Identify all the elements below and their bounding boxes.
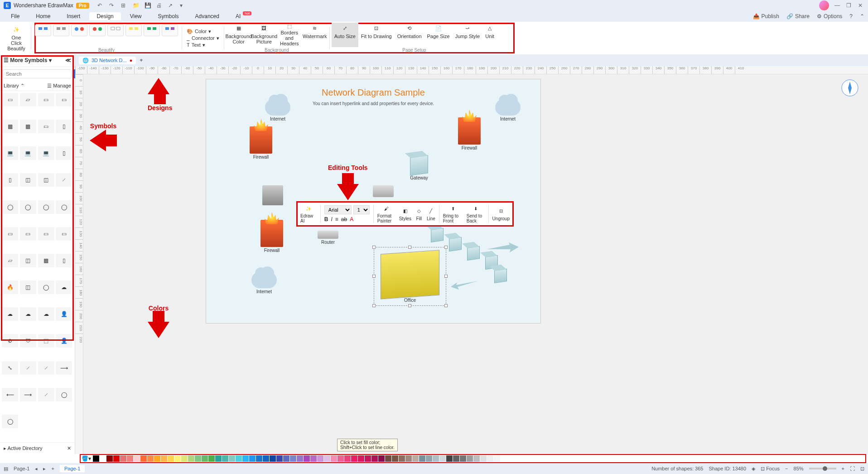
- color-swatch[interactable]: [270, 455, 276, 462]
- zoom-slider[interactable]: [809, 468, 836, 469]
- color-swatch[interactable]: [405, 455, 412, 462]
- strikethrough-button[interactable]: ab: [341, 216, 347, 222]
- color-swatch[interactable]: [120, 455, 126, 462]
- color-swatch[interactable]: [378, 455, 385, 462]
- symbol-item[interactable]: ☁: [20, 307, 36, 321]
- workstation-1[interactable]: [431, 229, 444, 242]
- compass-icon[interactable]: [841, 79, 859, 97]
- color-swatch[interactable]: [351, 455, 357, 462]
- symbol-item[interactable]: ▭: [2, 93, 18, 106]
- color-swatch[interactable]: [338, 455, 344, 462]
- color-swatch[interactable]: [242, 455, 249, 462]
- symbol-item[interactable]: ☁: [2, 307, 18, 321]
- menu-symbols[interactable]: Symbols: [151, 12, 186, 20]
- symbol-item[interactable]: 💻: [38, 146, 54, 160]
- symbol-item[interactable]: ▯: [56, 146, 72, 160]
- symbol-item[interactable]: ▭: [2, 227, 18, 241]
- symbol-item[interactable]: ▦: [2, 120, 18, 133]
- edraw-ai-button[interactable]: ✨ Edraw AI: [300, 204, 317, 223]
- redo-icon[interactable]: ↷: [109, 2, 116, 9]
- color-swatch[interactable]: [222, 455, 228, 462]
- symbol-item[interactable]: ▯: [56, 120, 72, 133]
- page-next-button[interactable]: ▸: [43, 466, 46, 472]
- color-dropdown[interactable]: 🎨 Color ▾: [187, 29, 219, 34]
- symbol-item[interactable]: ☁: [38, 307, 54, 321]
- bring-front-button[interactable]: ⬆Bring to Front: [443, 204, 463, 223]
- router[interactable]: Router: [318, 231, 338, 245]
- color-swatch[interactable]: [331, 455, 337, 462]
- symbol-item[interactable]: ▭: [38, 227, 54, 241]
- page-prev-button[interactable]: ◂: [35, 466, 38, 472]
- unit-button[interactable]: △Unit: [482, 23, 497, 47]
- symbol-item[interactable]: ◯: [56, 388, 72, 401]
- new-tab-button[interactable]: +: [140, 57, 143, 63]
- active-directory-section[interactable]: ▸ Active Directory ✕: [0, 442, 75, 454]
- symbol-item[interactable]: 👤: [56, 334, 72, 348]
- options-button[interactable]: ⚙ Options: [817, 13, 842, 19]
- help-icon[interactable]: ?: [849, 13, 853, 19]
- more-icon[interactable]: ▾: [180, 2, 186, 9]
- symbol-item[interactable]: ◯: [20, 200, 36, 214]
- internet-1[interactable]: Internet: [265, 99, 290, 121]
- fill-indicator-icon[interactable]: 🪣▾: [82, 455, 91, 462]
- layout-icon[interactable]: ▤: [4, 466, 8, 472]
- open-icon[interactable]: 📁: [133, 2, 139, 9]
- text-dropdown[interactable]: T Text ▾: [187, 42, 219, 48]
- color-swatch[interactable]: [140, 455, 147, 462]
- firewall-1[interactable]: Firewall: [250, 126, 272, 160]
- internet-3[interactable]: Internet: [251, 272, 277, 294]
- symbol-item[interactable]: ◯: [38, 200, 54, 214]
- workstation-5[interactable]: [494, 270, 507, 282]
- italic-button[interactable]: I: [331, 216, 332, 222]
- symbol-item[interactable]: ▭: [38, 93, 54, 106]
- color-swatch[interactable]: [208, 455, 215, 462]
- color-swatch[interactable]: [494, 455, 500, 462]
- color-swatch[interactable]: [358, 455, 364, 462]
- color-swatch[interactable]: [161, 455, 167, 462]
- symbol-item[interactable]: ⟵: [2, 388, 18, 401]
- color-swatch[interactable]: [263, 455, 269, 462]
- symbol-item[interactable]: ⟋: [38, 361, 54, 375]
- symbol-item[interactable]: ⟋: [38, 388, 54, 401]
- color-swatch[interactable]: [100, 455, 106, 462]
- color-swatch[interactable]: [147, 455, 154, 462]
- color-swatch[interactable]: [446, 455, 453, 462]
- align-button[interactable]: ≡: [335, 216, 338, 222]
- save-icon[interactable]: 💾: [145, 2, 151, 9]
- orientation-button[interactable]: ⟲Orientation: [395, 23, 424, 47]
- color-swatch[interactable]: [467, 455, 473, 462]
- color-swatch[interactable]: [106, 455, 113, 462]
- watermark-button[interactable]: ≋Watermark: [302, 23, 328, 47]
- firewall-3[interactable]: Firewall: [260, 220, 283, 253]
- switch[interactable]: [373, 185, 394, 197]
- symbol-item[interactable]: 💻: [20, 146, 36, 160]
- server-stack[interactable]: [262, 185, 283, 205]
- fullscreen-icon[interactable]: ⊡: [860, 466, 864, 472]
- canvas[interactable]: Designs Symbols Editing Tools Colors: [83, 74, 868, 454]
- color-swatch[interactable]: [365, 455, 371, 462]
- one-click-beautify-button[interactable]: ✨ One Click Beautify: [4, 24, 29, 52]
- document-tab[interactable]: 🌐 3D Network D... ●: [79, 57, 136, 64]
- search-input[interactable]: [3, 69, 72, 78]
- color-swatch[interactable]: [276, 455, 283, 462]
- color-swatch[interactable]: [168, 455, 174, 462]
- borders-headers-button[interactable]: ⬚Borders and Headers: [277, 23, 302, 47]
- internet-2[interactable]: Internet: [495, 99, 521, 121]
- symbol-item[interactable]: ▯: [56, 254, 72, 267]
- color-swatch[interactable]: [154, 455, 160, 462]
- color-swatch[interactable]: [229, 455, 235, 462]
- new-icon[interactable]: ⊞: [121, 2, 127, 9]
- color-swatch[interactable]: [256, 455, 262, 462]
- symbol-item[interactable]: ▭: [56, 227, 72, 241]
- menu-view[interactable]: View: [123, 12, 149, 20]
- background-color-button[interactable]: ▦Background Color: [226, 23, 251, 47]
- symbol-item[interactable]: ◯: [2, 415, 18, 428]
- symbol-item[interactable]: 💻: [2, 146, 18, 160]
- collapse-sidebar-icon[interactable]: ≪: [65, 57, 71, 63]
- symbol-item[interactable]: ⟋: [20, 361, 36, 375]
- color-swatch[interactable]: [188, 455, 194, 462]
- color-swatch[interactable]: [215, 455, 222, 462]
- color-swatch[interactable]: [290, 455, 296, 462]
- close-icon[interactable]: ✕: [858, 2, 864, 9]
- color-swatch[interactable]: [385, 455, 391, 462]
